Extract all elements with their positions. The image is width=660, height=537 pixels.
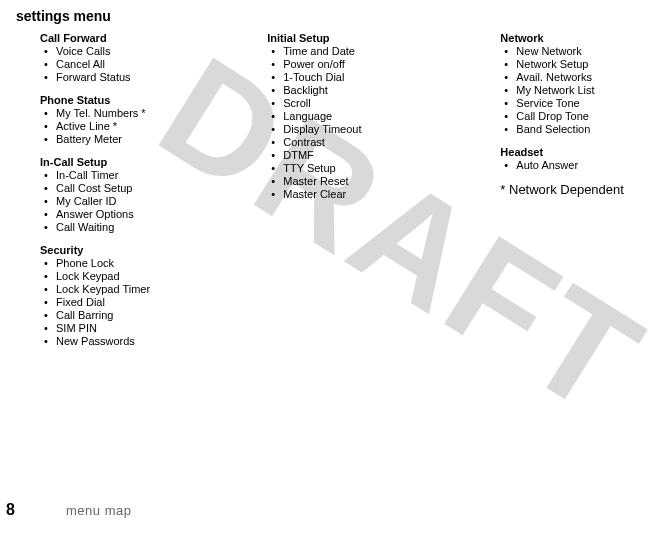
list-item: Lock Keypad Timer	[56, 283, 267, 296]
list-item: My Caller ID	[56, 195, 267, 208]
list-item: Network Setup	[516, 58, 646, 71]
list-item: Call Drop Tone	[516, 110, 646, 123]
footnote: * Network Dependent	[500, 182, 646, 197]
list-item: Band Selection	[516, 123, 646, 136]
section-items: In-Call Timer Call Cost Setup My Caller …	[40, 169, 267, 234]
section-title: Call Forward	[40, 32, 267, 44]
list-item: My Network List	[516, 84, 646, 97]
list-item: Contrast	[283, 136, 500, 149]
column-1: Call Forward Voice Calls Cancel All Forw…	[14, 32, 267, 358]
list-item: Master Clear	[283, 188, 500, 201]
list-item: DTMF	[283, 149, 500, 162]
list-item: Call Cost Setup	[56, 182, 267, 195]
page-number: 8	[6, 501, 66, 519]
section-in-call-setup: In-Call Setup In-Call Timer Call Cost Se…	[40, 156, 267, 234]
section-title: Headset	[500, 146, 646, 158]
section-title: In-Call Setup	[40, 156, 267, 168]
section-items: Auto Answer	[500, 159, 646, 172]
column-2: Initial Setup Time and Date Power on/off…	[267, 32, 500, 211]
list-item: New Network	[516, 45, 646, 58]
section-items: Voice Calls Cancel All Forward Status	[40, 45, 267, 84]
list-item: Phone Lock	[56, 257, 267, 270]
list-item: In-Call Timer	[56, 169, 267, 182]
list-item: Fixed Dial	[56, 296, 267, 309]
list-item: Call Barring	[56, 309, 267, 322]
list-item: Voice Calls	[56, 45, 267, 58]
list-item: New Passwords	[56, 335, 267, 348]
section-title: Phone Status	[40, 94, 267, 106]
menu-columns: Call Forward Voice Calls Cancel All Forw…	[14, 32, 646, 358]
list-item: Power on/off	[283, 58, 500, 71]
list-item: Answer Options	[56, 208, 267, 221]
list-item: Lock Keypad	[56, 270, 267, 283]
page-title: settings menu	[16, 8, 646, 24]
section-initial-setup: Initial Setup Time and Date Power on/off…	[267, 32, 500, 201]
list-item: TTY Setup	[283, 162, 500, 175]
section-title: Security	[40, 244, 267, 256]
list-item: My Tel. Numbers *	[56, 107, 267, 120]
list-item: Time and Date	[283, 45, 500, 58]
list-item: Avail. Networks	[516, 71, 646, 84]
list-item: 1-Touch Dial	[283, 71, 500, 84]
list-item: Auto Answer	[516, 159, 646, 172]
list-item: Scroll	[283, 97, 500, 110]
section-headset: Headset Auto Answer	[500, 146, 646, 172]
section-items: New Network Network Setup Avail. Network…	[500, 45, 646, 136]
list-item: Forward Status	[56, 71, 267, 84]
section-call-forward: Call Forward Voice Calls Cancel All Forw…	[40, 32, 267, 84]
section-items: Phone Lock Lock Keypad Lock Keypad Timer…	[40, 257, 267, 348]
page-footer: 8 menu map	[0, 501, 660, 519]
list-item: Active Line *	[56, 120, 267, 133]
list-item: Master Reset	[283, 175, 500, 188]
list-item: Service Tone	[516, 97, 646, 110]
page-content: settings menu Call Forward Voice Calls C…	[0, 0, 660, 537]
section-phone-status: Phone Status My Tel. Numbers * Active Li…	[40, 94, 267, 146]
list-item: Call Waiting	[56, 221, 267, 234]
column-3: Network New Network Network Setup Avail.…	[500, 32, 646, 197]
list-item: Backlight	[283, 84, 500, 97]
section-title: Network	[500, 32, 646, 44]
list-item: Language	[283, 110, 500, 123]
section-title: Initial Setup	[267, 32, 500, 44]
footer-label: menu map	[66, 503, 131, 518]
list-item: Display Timeout	[283, 123, 500, 136]
section-items: Time and Date Power on/off 1-Touch Dial …	[267, 45, 500, 201]
section-items: My Tel. Numbers * Active Line * Battery …	[40, 107, 267, 146]
list-item: Battery Meter	[56, 133, 267, 146]
section-security: Security Phone Lock Lock Keypad Lock Key…	[40, 244, 267, 348]
section-network: Network New Network Network Setup Avail.…	[500, 32, 646, 136]
list-item: Cancel All	[56, 58, 267, 71]
list-item: SIM PIN	[56, 322, 267, 335]
